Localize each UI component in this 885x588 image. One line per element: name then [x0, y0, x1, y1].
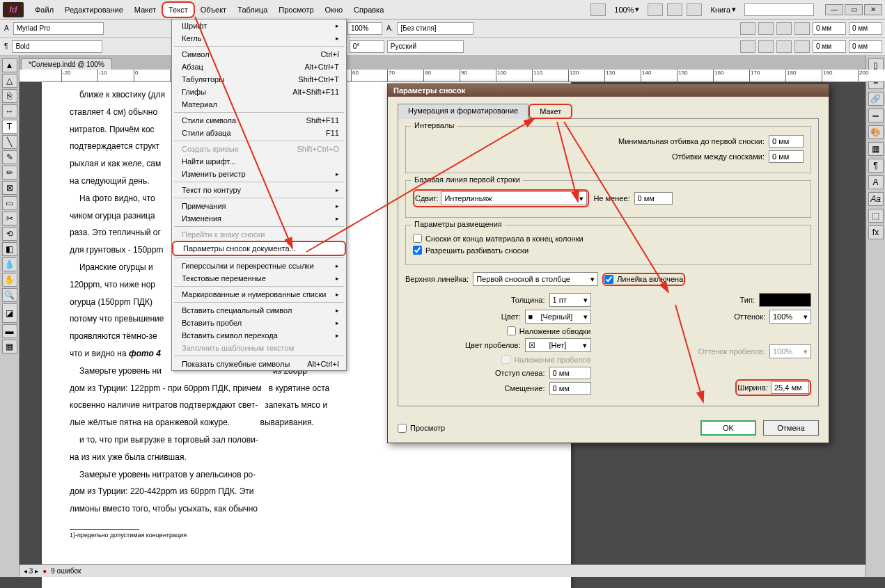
- menu-type-on-path[interactable]: Текст по контуру: [172, 184, 346, 196]
- justify-all-left-icon[interactable]: [740, 40, 755, 53]
- space-before[interactable]: 0 мм: [813, 40, 846, 53]
- scissors-tool-icon[interactable]: ✂: [2, 212, 17, 225]
- character-panel-icon[interactable]: A: [868, 175, 884, 189]
- menu-notes[interactable]: Примечания: [172, 200, 346, 212]
- space-after[interactable]: 0 мм: [849, 40, 882, 53]
- effects-panel-icon[interactable]: fx: [868, 225, 884, 239]
- input-notless[interactable]: [634, 192, 673, 205]
- rectangle-frame-tool-icon[interactable]: ⊠: [2, 181, 17, 195]
- search-input[interactable]: [744, 3, 814, 16]
- preflight-errors[interactable]: 9 ошибок: [51, 567, 81, 575]
- stroke-panel-icon[interactable]: ═: [868, 109, 884, 122]
- select-top-rule[interactable]: Первой сноской в столбце: [473, 272, 598, 286]
- menu-object[interactable]: Объект: [195, 3, 232, 17]
- select-type[interactable]: [759, 293, 811, 307]
- direct-selection-tool-icon[interactable]: △: [2, 74, 17, 88]
- swatches-panel-icon[interactable]: ▦: [868, 142, 884, 156]
- document-tab[interactable]: *Солемер.indd @ 100%: [21, 58, 112, 70]
- chk-end-column[interactable]: [413, 234, 422, 243]
- select-color[interactable]: ■ [Черный]: [525, 310, 591, 324]
- chk-rule-on[interactable]: [604, 275, 613, 284]
- font-weight-combo[interactable]: Bold: [12, 40, 102, 53]
- menu-paragraph[interactable]: АбзацAlt+Ctrl+T: [172, 61, 346, 73]
- menu-layout[interactable]: Макет: [129, 3, 162, 17]
- apply-color-icon[interactable]: ▬: [2, 324, 17, 338]
- menu-char-styles[interactable]: Стили символаShift+F11: [172, 114, 346, 127]
- justify-all-right-icon[interactable]: [776, 40, 792, 53]
- char-styles-panel-icon[interactable]: Aa: [868, 192, 884, 206]
- chk-preview[interactable]: [398, 424, 407, 433]
- align-left-icon[interactable]: [740, 22, 755, 35]
- tab-numbering[interactable]: Нумерация и форматирование: [398, 104, 528, 119]
- input-between[interactable]: [769, 150, 804, 163]
- select-tint[interactable]: 100%: [769, 310, 811, 324]
- view-mode-icon[interactable]: ▦: [2, 340, 17, 353]
- skew-combo[interactable]: 0°: [350, 40, 384, 53]
- arrange-icon[interactable]: [687, 3, 702, 16]
- align-right-icon[interactable]: [776, 22, 792, 35]
- pen-tool-icon[interactable]: ✎: [2, 150, 17, 164]
- align-justify-icon[interactable]: [794, 22, 810, 35]
- eyedropper-tool-icon[interactable]: 💧: [2, 257, 17, 271]
- charstyle-combo[interactable]: [Без стиля]: [397, 22, 473, 35]
- menu-change-case[interactable]: Изменить регистр: [172, 168, 346, 180]
- menu-bullets-lists[interactable]: Маркированные и нумерованные списки: [172, 288, 346, 301]
- align-center-icon[interactable]: [758, 22, 774, 35]
- page-nav-icon[interactable]: ◂ 3 ▸: [24, 567, 38, 575]
- menu-tabs[interactable]: ТабуляторыShift+Ctrl+T: [172, 73, 346, 86]
- menu-footnote-options[interactable]: Параметры сносок документа...: [172, 241, 346, 256]
- select-gap-color[interactable]: ☒ [Нет]: [525, 338, 591, 352]
- type-tool-icon[interactable]: T: [2, 120, 17, 134]
- menu-show-hidden[interactable]: Показать служебные символыAlt+Ctrl+I: [172, 358, 346, 370]
- input-width[interactable]: [771, 381, 809, 394]
- menu-table[interactable]: Таблица: [232, 3, 273, 17]
- indent-left[interactable]: 0 мм: [813, 22, 846, 35]
- gap-tool-icon[interactable]: ↔: [2, 104, 17, 118]
- select-shift[interactable]: Интерлиньяж: [441, 191, 587, 205]
- page-tool-icon[interactable]: ⎘: [2, 89, 17, 103]
- paragraph-panel-icon[interactable]: ¶: [868, 159, 884, 173]
- color-panel-icon[interactable]: 🎨: [868, 125, 884, 139]
- cancel-button[interactable]: Отмена: [763, 420, 819, 436]
- maximize-icon[interactable]: ▭: [845, 4, 863, 15]
- menu-material[interactable]: Материал: [172, 98, 346, 111]
- menu-help[interactable]: Справка: [348, 3, 389, 17]
- input-left-indent[interactable]: [549, 367, 591, 379]
- justify-full-icon[interactable]: [794, 40, 810, 53]
- font-family-combo[interactable]: Myriad Pro: [13, 22, 104, 35]
- menu-insert-break[interactable]: Вставить символ перехода: [172, 329, 346, 342]
- view-options-icon[interactable]: [648, 3, 663, 16]
- indent-right[interactable]: 0 мм: [849, 22, 882, 35]
- pencil-tool-icon[interactable]: ✏: [2, 166, 17, 180]
- ok-button[interactable]: OK: [700, 420, 756, 436]
- zoom-tool-icon[interactable]: 🔍: [2, 288, 17, 302]
- zoom-combo[interactable]: 100% ▾: [610, 3, 643, 15]
- menu-edit[interactable]: Редактирование: [59, 3, 129, 17]
- language-combo[interactable]: Русский: [387, 40, 464, 53]
- select-thickness[interactable]: 1 пт: [549, 293, 591, 307]
- menu-size[interactable]: Кегль: [172, 32, 346, 45]
- free-transform-tool-icon[interactable]: ⟲: [2, 227, 17, 241]
- menu-hyperlinks[interactable]: Гиперссылки и перекрестные ссылки: [172, 260, 346, 272]
- menu-symbol[interactable]: СимволCtrl+I: [172, 48, 346, 61]
- vscale-combo[interactable]: 100%: [347, 22, 382, 35]
- screen-mode-icon[interactable]: [667, 3, 682, 16]
- gradient-tool-icon[interactable]: ◧: [2, 242, 17, 256]
- minimize-icon[interactable]: —: [825, 4, 843, 15]
- menu-insert-whitespace[interactable]: Вставить пробел: [172, 317, 346, 329]
- menu-glyphs[interactable]: ГлифыAlt+Shift+F11: [172, 86, 346, 98]
- menu-para-styles[interactable]: Стили абзацаF11: [172, 127, 346, 139]
- menu-text-variables[interactable]: Текстовые переменные: [172, 272, 346, 285]
- chk-split-footnotes[interactable]: [413, 246, 422, 255]
- justify-all-center-icon[interactable]: [758, 40, 774, 53]
- menu-insert-special-char[interactable]: Вставить специальный символ: [172, 304, 346, 317]
- menu-window[interactable]: Окно: [320, 3, 349, 17]
- object-styles-panel-icon[interactable]: ⬚: [868, 209, 884, 223]
- tab-layout[interactable]: Макет: [528, 104, 572, 119]
- menu-view[interactable]: Просмотр: [273, 3, 319, 17]
- menu-track-changes[interactable]: Изменения: [172, 212, 346, 225]
- menu-find-font[interactable]: Найти шрифт...: [172, 155, 346, 168]
- menu-font[interactable]: Шрифт: [172, 19, 346, 32]
- rectangle-tool-icon[interactable]: ▭: [2, 196, 17, 210]
- close-icon[interactable]: ✕: [864, 4, 882, 15]
